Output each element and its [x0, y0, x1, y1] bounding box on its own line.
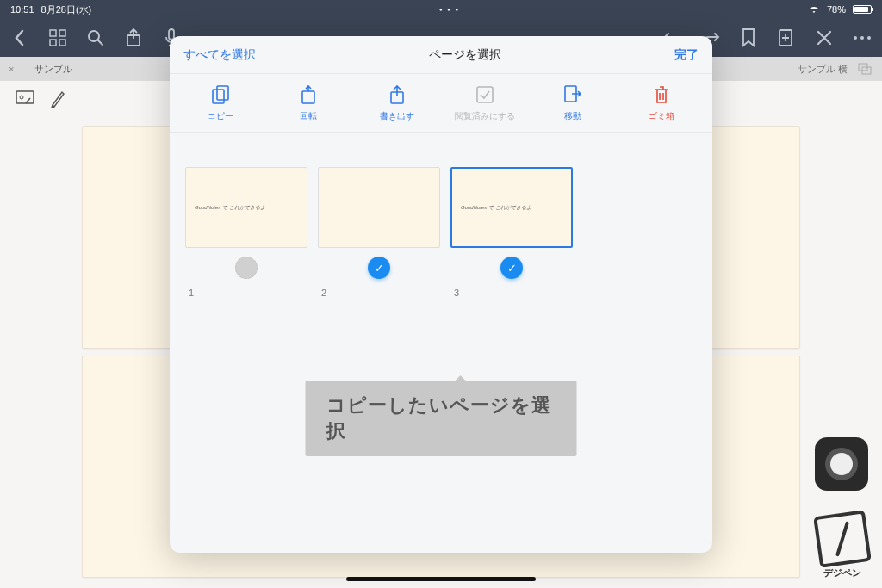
thumb-item[interactable]: ✓ 2 [318, 167, 440, 298]
export-icon [388, 84, 406, 105]
export-action[interactable]: 書き出す [363, 84, 432, 122]
mark-read-label: 閲覧済みにする [455, 110, 515, 122]
svg-rect-16 [213, 90, 224, 103]
rotate-icon [299, 84, 318, 105]
select-badge-off[interactable] [235, 257, 258, 279]
status-center-dots: ● ● ● [91, 7, 808, 12]
select-all-button[interactable]: すべてを選択 [183, 47, 256, 63]
done-button[interactable]: 完了 [674, 47, 699, 63]
svg-rect-17 [217, 86, 228, 100]
svg-rect-20 [477, 87, 493, 102]
logo-tablet-icon [813, 510, 872, 568]
rotate-label: 回転 [300, 110, 317, 122]
tab-overflow-icon[interactable] [858, 63, 873, 75]
modal-title: ページを選択 [256, 47, 674, 63]
modal-actions: コピー 回転 書き出す 閲覧済みにする 移動 ゴミ箱 [170, 74, 712, 133]
page-select-modal: すべてを選択 ページを選択 完了 コピー 回転 書き出す 閲覧済みにする 移動 … [170, 36, 712, 553]
thumb-item[interactable]: GoodNotes で これができるよ ✓ 3 [450, 167, 573, 298]
svg-rect-1 [59, 30, 65, 36]
logo-text: デジペン [823, 566, 861, 579]
move-label: 移動 [564, 110, 581, 122]
copy-action[interactable]: コピー [186, 84, 255, 122]
page-thumb-selected[interactable]: GoodNotes で これができるよ [450, 167, 573, 248]
bookmark-icon[interactable] [739, 28, 758, 47]
search-icon[interactable] [86, 28, 105, 47]
page-number: 1 [189, 288, 194, 298]
grid-icon[interactable] [48, 28, 67, 47]
svg-point-15 [20, 96, 23, 99]
status-time: 10:51 [10, 4, 34, 15]
rotate-action[interactable]: 回転 [274, 84, 343, 122]
trash-icon [653, 84, 670, 105]
mark-read-icon [475, 84, 494, 105]
move-icon [563, 84, 582, 105]
svg-rect-2 [50, 40, 56, 46]
close-icon[interactable] [815, 28, 834, 47]
export-label: 書き出す [380, 110, 414, 122]
svg-rect-14 [16, 91, 34, 103]
logo-watermark: デジペン [817, 513, 868, 579]
more-icon[interactable] [853, 28, 872, 47]
svg-rect-18 [302, 91, 314, 103]
svg-rect-3 [59, 40, 65, 46]
home-indicator[interactable] [346, 577, 536, 581]
page-number: 3 [454, 288, 459, 298]
move-action[interactable]: 移動 [538, 84, 607, 122]
battery-icon [853, 5, 872, 14]
back-icon[interactable] [10, 28, 29, 47]
status-bar: 10:51 8月28日(水) ● ● ● 78% [0, 0, 882, 19]
annotation-balloon: コピーしたいページを選択 [306, 381, 577, 456]
copy-label: コピー [208, 110, 233, 122]
trash-action[interactable]: ゴミ箱 [627, 84, 696, 122]
status-date: 8月28日(水) [41, 3, 92, 16]
assistive-touch-button[interactable] [815, 437, 868, 491]
tab-close-icon[interactable]: × [0, 64, 22, 74]
trash-label: ゴミ箱 [649, 110, 674, 122]
annotation-text: コピーしたいページを選択 [326, 394, 551, 442]
share-icon[interactable] [124, 28, 143, 47]
svg-rect-0 [50, 30, 56, 36]
thumb-item[interactable]: GoodNotes で これができるよ 1 [185, 167, 307, 298]
select-badge-on[interactable]: ✓ [368, 257, 390, 279]
page-thumb[interactable]: GoodNotes で これができるよ [185, 167, 307, 248]
page-thumb[interactable] [318, 167, 440, 248]
page-number: 2 [321, 288, 326, 298]
svg-point-9 [854, 36, 857, 40]
svg-point-11 [867, 36, 871, 40]
battery-pct: 78% [827, 4, 846, 15]
svg-line-5 [98, 40, 102, 45]
tab-item-left[interactable]: サンプル [22, 63, 84, 76]
svg-point-10 [860, 36, 864, 40]
svg-point-4 [89, 31, 99, 41]
mark-read-action: 閲覧済みにする [450, 84, 519, 122]
page-thumbnails: GoodNotes で これができるよ 1 ✓ 2 GoodNotes で これ… [170, 133, 712, 298]
pen-tool-icon[interactable] [50, 89, 65, 108]
select-badge-on[interactable]: ✓ [500, 257, 523, 279]
modal-header: すべてを選択 ページを選択 完了 [170, 36, 712, 74]
add-page-icon[interactable] [777, 28, 796, 47]
wifi-icon [808, 5, 820, 14]
copy-icon [211, 84, 230, 105]
view-mode-icon[interactable] [16, 90, 34, 106]
